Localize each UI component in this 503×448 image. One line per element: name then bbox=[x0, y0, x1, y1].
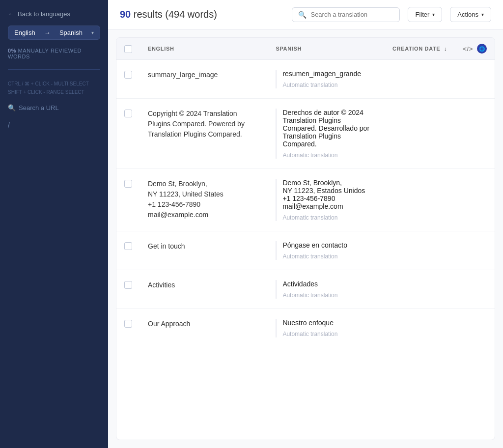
actions-label: Actions bbox=[457, 11, 478, 18]
table-row: summary_large_image resumen_imagen_grand… bbox=[116, 60, 495, 99]
row-check-cell bbox=[116, 169, 140, 231]
chevron-down-icon: ▾ bbox=[91, 30, 94, 35]
row-checkbox[interactable] bbox=[124, 71, 132, 79]
progress-pct: 0% bbox=[8, 48, 16, 54]
results-count: 90 bbox=[120, 9, 131, 20]
language-selector-button[interactable]: English → Spanish ▾ bbox=[8, 26, 100, 40]
icons-cell bbox=[455, 60, 495, 99]
row-check-cell bbox=[116, 270, 140, 309]
english-value: Get in touch bbox=[148, 241, 260, 252]
slash-indicator: / bbox=[8, 121, 100, 129]
row-check-cell bbox=[116, 309, 140, 348]
date-cell bbox=[385, 309, 455, 348]
spanish-cell: Póngase en contacto Automatic translatio… bbox=[268, 231, 385, 270]
th-creation-date[interactable]: CREATION DATE ↓ bbox=[385, 38, 455, 60]
spanish-cell: Demo St, Brooklyn,NY 11223, Estados Unid… bbox=[268, 169, 385, 231]
spanish-block: Derechos de autor © 2024 Translation Plu… bbox=[276, 109, 377, 159]
actions-button[interactable]: Actions ▾ bbox=[450, 7, 491, 22]
results-label: results (494 words) bbox=[134, 9, 217, 20]
keyboard-shortcuts-hint: CTRL / ⌘ + CLICK - MULTI SELECT SHIFT + … bbox=[8, 80, 100, 96]
sidebar: ← Back to languages English → Spanish ▾ … bbox=[0, 0, 108, 448]
spanish-cell: Actividades Automatic translation bbox=[268, 270, 385, 309]
progress-label: MANUALLY REVIEWED WORDS bbox=[8, 48, 82, 59]
spanish-value: Nuestro enfoque bbox=[282, 319, 377, 327]
auto-translation-label: Automatic translation bbox=[282, 292, 377, 299]
th-checkbox bbox=[116, 38, 140, 60]
row-checkbox[interactable] bbox=[124, 281, 132, 289]
filter-button[interactable]: Filter ▾ bbox=[408, 7, 442, 22]
english-cell: Activities bbox=[140, 270, 268, 309]
search-icon: 🔍 bbox=[8, 104, 16, 112]
th-english: ENGLISH bbox=[140, 38, 268, 60]
filter-label: Filter bbox=[415, 11, 429, 18]
icons-cell bbox=[455, 99, 495, 169]
table-row: Our Approach Nuestro enfoque Automatic t… bbox=[116, 309, 495, 348]
auto-translation-label: Automatic translation bbox=[282, 152, 377, 159]
spanish-value: Derechos de autor © 2024 Translation Plu… bbox=[282, 109, 377, 148]
translations-table: ENGLISH SPANISH CREATION DATE ↓ </> 🌐 bbox=[116, 38, 495, 347]
spanish-block: Demo St, Brooklyn,NY 11223, Estados Unid… bbox=[276, 179, 377, 221]
row-checkbox[interactable] bbox=[124, 180, 132, 188]
row-checkbox[interactable] bbox=[124, 110, 132, 117]
back-link-label: Back to languages bbox=[18, 10, 70, 18]
table-row: Get in touch Póngase en contacto Automat… bbox=[116, 231, 495, 270]
auto-translation-label: Automatic translation bbox=[282, 82, 377, 88]
select-all-checkbox[interactable] bbox=[124, 45, 132, 53]
search-input[interactable] bbox=[310, 11, 393, 18]
search-url-label: Search a URL bbox=[19, 104, 59, 112]
icons-cell bbox=[455, 270, 495, 309]
row-checkbox[interactable] bbox=[124, 320, 132, 328]
topbar: 90 results (494 words) 🔍 Filter ▾ Action… bbox=[108, 0, 503, 29]
back-arrow-icon: ← bbox=[8, 10, 15, 18]
search-box[interactable]: 🔍 bbox=[292, 7, 400, 22]
th-spanish-label: SPANISH bbox=[276, 46, 302, 52]
chevron-down-icon: ▾ bbox=[432, 12, 435, 17]
th-english-label: ENGLISH bbox=[148, 46, 174, 52]
spanish-cell: Nuestro enfoque Automatic translation bbox=[268, 309, 385, 348]
results-summary: 90 results (494 words) bbox=[120, 9, 284, 20]
lang-arrow-icon: → bbox=[44, 29, 51, 36]
main-content: 90 results (494 words) 🔍 Filter ▾ Action… bbox=[108, 0, 503, 448]
english-value: Demo St, Brooklyn,NY 11223, United State… bbox=[148, 179, 260, 220]
english-value: Copyright © 2024 Translation Plugins Com… bbox=[148, 109, 260, 140]
th-date-label: CREATION DATE bbox=[392, 46, 440, 52]
spanish-value: resumen_imagen_grande bbox=[282, 70, 377, 78]
back-to-languages-link[interactable]: ← Back to languages bbox=[8, 10, 100, 18]
date-cell bbox=[385, 99, 455, 169]
table-row: Demo St, Brooklyn,NY 11223, United State… bbox=[116, 169, 495, 231]
row-checkbox[interactable] bbox=[124, 242, 132, 250]
search-url-row[interactable]: 🔍 Search a URL bbox=[8, 104, 100, 112]
date-cell bbox=[385, 270, 455, 309]
spanish-block: Póngase en contacto Automatic translatio… bbox=[276, 241, 377, 260]
english-value: Our Approach bbox=[148, 319, 260, 329]
english-cell: Demo St, Brooklyn,NY 11223, United State… bbox=[140, 169, 268, 231]
sidebar-divider bbox=[8, 69, 100, 70]
sort-icon: ↓ bbox=[444, 46, 447, 52]
table-row: Copyright © 2024 Translation Plugins Com… bbox=[116, 99, 495, 169]
shortcut-line-1: CTRL / ⌘ + CLICK - MULTI SELECT bbox=[8, 80, 100, 88]
row-check-cell bbox=[116, 99, 140, 169]
spanish-block: resumen_imagen_grande Automatic translat… bbox=[276, 70, 377, 88]
auto-translation-label: Automatic translation bbox=[282, 331, 377, 337]
icons-cell bbox=[455, 231, 495, 270]
english-value: summary_large_image bbox=[148, 70, 260, 80]
code-view-icon[interactable]: </> bbox=[463, 45, 473, 53]
progress-section: 0% MANUALLY REVIEWED WORDS bbox=[8, 48, 100, 59]
english-cell: Copyright © 2024 Translation Plugins Com… bbox=[140, 99, 268, 169]
row-check-cell bbox=[116, 60, 140, 99]
translations-table-container: ENGLISH SPANISH CREATION DATE ↓ </> 🌐 bbox=[116, 37, 495, 440]
th-spanish: SPANISH bbox=[268, 38, 385, 60]
spanish-block: Actividades Automatic translation bbox=[276, 280, 377, 299]
row-check-cell bbox=[116, 231, 140, 270]
date-cell bbox=[385, 231, 455, 270]
table-row: Activities Actividades Automatic transla… bbox=[116, 270, 495, 309]
icons-cell bbox=[455, 169, 495, 231]
english-cell: summary_large_image bbox=[140, 60, 268, 99]
english-value: Activities bbox=[148, 280, 260, 290]
table-header-row: ENGLISH SPANISH CREATION DATE ↓ </> 🌐 bbox=[116, 38, 495, 60]
table-body: summary_large_image resumen_imagen_grand… bbox=[116, 60, 495, 348]
globe-icon[interactable]: 🌐 bbox=[477, 44, 487, 54]
auto-translation-label: Automatic translation bbox=[282, 214, 377, 221]
progress-text: 0% MANUALLY REVIEWED WORDS bbox=[8, 48, 100, 59]
lang-to-label: Spanish bbox=[59, 29, 83, 36]
